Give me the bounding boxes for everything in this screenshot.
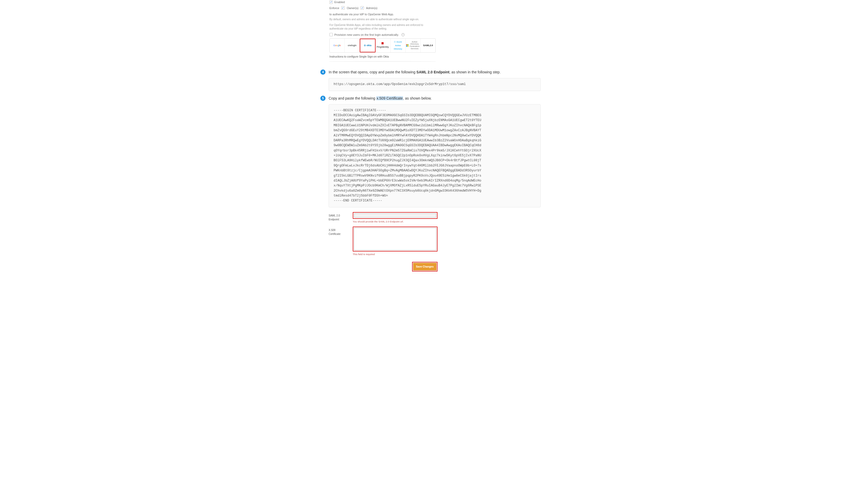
default-note-1: By default, owners and admins are able t… xyxy=(329,18,436,21)
provision-row: Provision new users on the first login a… xyxy=(329,33,436,37)
saml-form-panel: SAML 2.0 Endpoint: You should provide th… xyxy=(329,212,437,272)
provision-checkbox[interactable] xyxy=(329,33,333,36)
enabled-row: Enabled xyxy=(329,0,436,4)
endpoint-field-label: SAML 2.0 Endpoint: xyxy=(329,212,348,223)
endpoint-validation-msg: You should provide the SAML 2.0 Endpoint… xyxy=(353,220,437,223)
idp-okta-selected[interactable]: ⊙ okta xyxy=(360,39,375,52)
saml-endpoint-code[interactable]: https://opsgenie.okta.com/app/OpsGenie/e… xyxy=(329,78,541,91)
idp-pingidentity[interactable]: PingIdentity. xyxy=(375,39,391,52)
admin-label: Admin(s) xyxy=(366,6,377,10)
step-5-badge: 5 xyxy=(320,96,326,101)
save-highlight-frame: Save Changes xyxy=(412,262,437,271)
saml-endpoint-input[interactable] xyxy=(354,213,436,218)
provision-label: Provision new users on the first login a… xyxy=(334,33,399,37)
cert-field-label: X.509 Certificate: xyxy=(329,227,348,256)
idp-adfs[interactable]: Active Directory Federation Services xyxy=(406,39,421,52)
step-4-text: In the screen that opens, copy and paste… xyxy=(329,69,501,75)
saml-endpoint-bold: SAML 2.0 Endpoint xyxy=(416,70,449,74)
enabled-label: Enabled xyxy=(334,0,345,4)
step-4: 4 In the screen that opens, copy and pas… xyxy=(320,69,541,75)
admin-checkbox[interactable] xyxy=(360,6,364,10)
x509-certificate-code[interactable]: -----BEGIN CERTIFICATE----- MIIDoDCCAoig… xyxy=(329,104,541,207)
idp-onelogin[interactable]: onelogin xyxy=(345,39,360,52)
step-5-text: Copy and paste the following x.509 Certi… xyxy=(329,96,432,101)
default-note-2: For OpsGenie Mobile Apps, all roles incl… xyxy=(329,23,436,31)
cert-highlight-frame xyxy=(353,227,437,251)
enabled-checkbox[interactable] xyxy=(329,1,333,4)
idp-saml[interactable]: SAML2.0 xyxy=(421,39,435,52)
idp-google[interactable]: Google xyxy=(330,39,345,52)
enforce-row: Enforce Owner(s) Admin(s) to authenticat… xyxy=(329,6,436,17)
x509-highlight: x.509 Certificate xyxy=(376,96,403,100)
sso-settings-panel: Enabled Enforce Owner(s) Admin(s) to aut… xyxy=(329,0,436,62)
instructions-text: Instructions to configure Single Sign-on… xyxy=(329,55,436,59)
idp-selector: Google onelogin ⊙ okta PingIdentity. ◇ A… xyxy=(329,38,436,53)
step-4-badge: 4 xyxy=(320,69,326,75)
idp-azure[interactable]: ◇ Azure Active Directory xyxy=(391,39,406,52)
cert-validation-msg: This field is required xyxy=(353,253,437,256)
help-icon[interactable]: ? xyxy=(401,33,405,36)
step-5: 5 Copy and paste the following x.509 Cer… xyxy=(320,96,541,101)
x509-cert-textarea[interactable] xyxy=(354,228,436,250)
owner-checkbox[interactable] xyxy=(341,6,345,10)
enforce-suffix: to authenticate via your IdP to OpsGenie… xyxy=(329,12,394,17)
enforce-label: Enforce xyxy=(329,6,339,10)
endpoint-highlight-frame xyxy=(353,212,437,219)
save-changes-button[interactable]: Save Changes xyxy=(413,263,436,270)
owner-label: Owner(s) xyxy=(347,6,358,10)
